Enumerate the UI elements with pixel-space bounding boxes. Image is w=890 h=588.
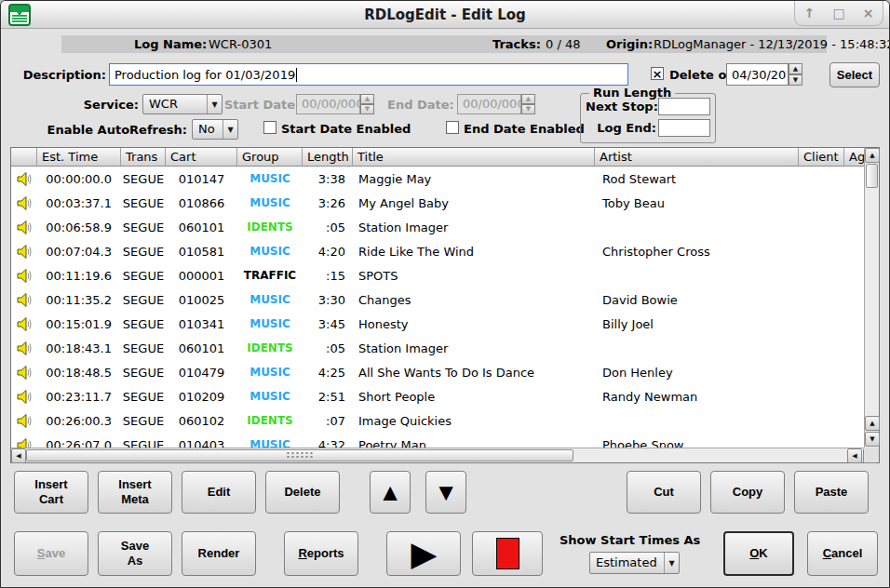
close-window-icon[interactable]: × [863, 7, 874, 20]
description-input[interactable]: Production log for 01/03/2019 [109, 63, 628, 86]
spin-down-icon: ▼ [360, 104, 374, 114]
title-cell: My Angel Baby [353, 196, 595, 210]
log-info-bar: Log Name: WCR-0301 Tracks: 0 / 48 Origin… [61, 35, 827, 53]
save-as-button[interactable]: Save As [98, 531, 172, 576]
shade-window-icon[interactable]: ↑ [804, 7, 816, 20]
log-row[interactable]: 00:07:04.3 SEGUE 010581 MUSIC 4:20 Ride … [11, 239, 866, 263]
est-time-cell: 00:06:58.9 [37, 220, 121, 234]
title-cell: Image Quickies [353, 414, 595, 428]
insert-meta-button[interactable]: Insert Meta [98, 471, 172, 514]
scroll-left-icon[interactable]: ◀ [847, 448, 862, 463]
length-cell: :05 [303, 341, 353, 355]
move-down-button[interactable]: ▼ [425, 471, 466, 514]
column-header-client[interactable]: Client [799, 148, 844, 167]
move-up-button[interactable]: ▲ [370, 471, 411, 514]
stop-button[interactable] [472, 531, 543, 576]
play-button[interactable]: ▶ [386, 531, 461, 576]
scroll-left-icon[interactable]: ◀ [11, 448, 26, 463]
delete-date-input[interactable]: 04/30/2019 [726, 63, 789, 86]
group-cell: IDENTS [237, 341, 303, 354]
scroll-up-icon[interactable]: ▲ [865, 416, 880, 431]
artist-cell: Phoebe Snow [595, 438, 799, 448]
audio-cell [11, 293, 37, 307]
delete-on-checkbox[interactable]: × [651, 67, 664, 80]
maximize-window-icon[interactable]: □ [832, 7, 844, 20]
log-row[interactable]: 00:00:00.0 SEGUE 010147 MUSIC 3:38 Maggi… [11, 167, 866, 191]
insert-cart-button[interactable]: Insert Cart [14, 471, 88, 514]
horizontal-scroll-thumb[interactable] [26, 449, 573, 461]
select-date-button[interactable]: Select [829, 62, 880, 87]
audio-cell [11, 196, 37, 210]
save-button[interactable]: Save [14, 531, 88, 576]
column-header-title[interactable]: Title [353, 148, 595, 167]
delete-button[interactable]: Delete [265, 471, 340, 514]
trans-cell: SEGUE [121, 414, 166, 428]
log-table-body: 00:00:00.0 SEGUE 010147 MUSIC 3:38 Maggi… [11, 167, 866, 448]
column-header-artist[interactable]: Artist [595, 148, 799, 167]
log-row[interactable]: 00:11:19.6 SEGUE 000001 TRAFFIC :15 SPOT… [11, 263, 866, 287]
scrollbar-corner [864, 448, 879, 462]
log-row[interactable]: 00:26:00.3 SEGUE 060102 IDENTS :07 Image… [11, 408, 866, 433]
column-header-group[interactable]: Group [237, 148, 303, 167]
length-cell: 3:30 [303, 293, 353, 307]
reports-button[interactable]: Reports [284, 531, 358, 576]
paste-button[interactable]: Paste [794, 471, 869, 514]
scroll-up-icon[interactable]: ▲ [865, 148, 880, 163]
est-time-cell: 00:11:19.6 [37, 269, 121, 283]
scroll-down-icon[interactable]: ▼ [865, 432, 880, 447]
service-select[interactable]: WCR ▼ [142, 94, 222, 114]
end-date-enabled-label: End Date Enabled [464, 122, 585, 136]
group-cell: MUSIC [237, 390, 303, 403]
render-button[interactable]: Render [182, 531, 256, 576]
artist-cell: Christopher Cross [595, 245, 799, 259]
window-title: RDLogEdit - Edit Log [1, 7, 889, 23]
show-start-times-select[interactable]: Estimated ▼ [589, 552, 680, 574]
speaker-icon [17, 245, 33, 259]
chevron-down-icon: ▼ [222, 120, 237, 139]
title-bar[interactable]: RDLogEdit - Edit Log ↑ □ × [1, 1, 889, 29]
cart-cell: 010866 [166, 196, 237, 210]
log-row[interactable]: 00:26:07.0 SEGUE 010403 MUSIC 4:32 Poetr… [11, 433, 866, 448]
spin-up-icon[interactable]: ▲ [789, 63, 802, 74]
horizontal-scrollbar[interactable]: ◀ ◀ ▶ [11, 448, 879, 462]
column-header-length[interactable]: Length [303, 148, 353, 167]
log-row[interactable]: 00:06:58.9 SEGUE 060101 IDENTS :05 Stati… [11, 215, 866, 239]
end-date-enabled-checkbox[interactable] [446, 121, 459, 134]
copy-button[interactable]: Copy [710, 471, 785, 514]
log-row[interactable]: 00:03:37.1 SEGUE 010866 MUSIC 3:26 My An… [11, 191, 866, 215]
cut-button[interactable]: Cut [627, 471, 701, 514]
title-cell: Honesty [353, 317, 595, 331]
log-row[interactable]: 00:23:11.7 SEGUE 010209 MUSIC 2:51 Short… [11, 384, 866, 408]
autorefresh-select[interactable]: No ▼ [192, 119, 238, 140]
speaker-icon [17, 196, 33, 210]
start-date-enabled-checkbox[interactable] [263, 121, 276, 134]
speaker-icon [17, 414, 33, 428]
vertical-scrollbar[interactable]: ▲ ▲ ▼ [864, 148, 879, 448]
column-header-est-time[interactable]: Est. Time [37, 148, 121, 167]
up-arrow-icon: ▲ [378, 480, 402, 504]
end-date-input: 00/00/0000 [457, 94, 521, 114]
log-row[interactable]: 00:15:01.9 SEGUE 010341 MUSIC 3:45 Hones… [11, 312, 866, 336]
artist-cell: David Bowie [595, 293, 799, 307]
log-row[interactable]: 00:11:35.2 SEGUE 010025 MUSIC 3:30 Chang… [11, 287, 866, 312]
length-cell: :05 [303, 220, 353, 234]
length-cell: :07 [303, 414, 353, 428]
title-cell: Ride Like The Wind [353, 245, 595, 259]
trans-cell: SEGUE [121, 196, 166, 210]
ok-button[interactable]: OK [723, 531, 794, 576]
delete-date-spinner[interactable]: ▲ ▼ [789, 63, 802, 86]
start-date-input: 00/00/0000 [296, 94, 360, 114]
vertical-scroll-thumb[interactable] [866, 164, 878, 188]
cart-cell: 010479 [166, 366, 237, 380]
cancel-button[interactable]: Cancel [807, 531, 878, 576]
column-header-trans[interactable]: Trans [121, 148, 166, 167]
edit-button[interactable]: Edit [182, 471, 256, 514]
log-row[interactable]: 00:18:43.1 SEGUE 060101 IDENTS :05 Stati… [11, 336, 866, 360]
trans-cell: SEGUE [121, 438, 166, 448]
spin-down-icon[interactable]: ▼ [789, 74, 802, 86]
log-row[interactable]: 00:18:48.5 SEGUE 010479 MUSIC 4:25 All S… [11, 360, 866, 384]
audio-cell [11, 414, 37, 428]
column-header-cart[interactable]: Cart [166, 148, 237, 167]
column-header-agency[interactable]: Age [844, 148, 866, 167]
column-header-icon[interactable] [11, 148, 37, 167]
